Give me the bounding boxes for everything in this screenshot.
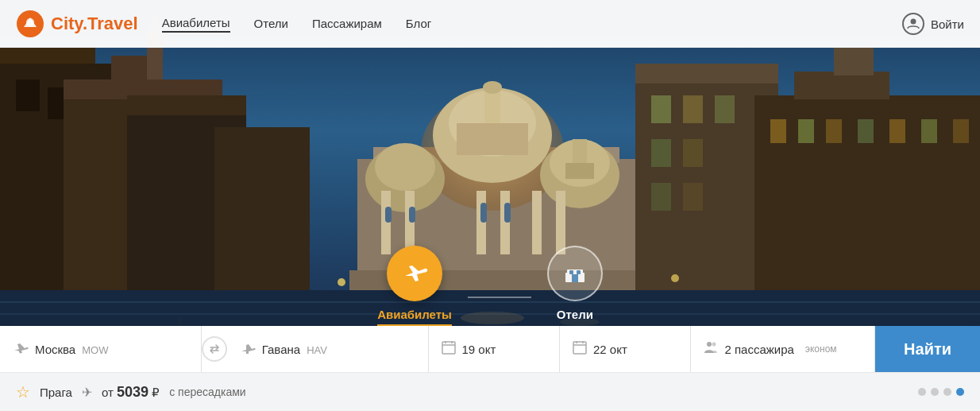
calendar-to-icon [573, 340, 587, 359]
passengers-count: 2 пассажира [724, 343, 793, 356]
logo[interactable]: City.Travel [16, 10, 138, 38]
tab-flights-icon [387, 246, 442, 301]
promo-destination[interactable]: Прага [40, 386, 72, 399]
main-nav: Авиабилеты Отели Пассажирам Блог [162, 16, 902, 33]
nav-item-hotels[interactable]: Отели [254, 17, 288, 32]
logo-icon [16, 10, 44, 38]
tab-divider [468, 297, 531, 298]
to-value: Гавана HAV [262, 343, 327, 356]
promo-dot-3[interactable] [943, 388, 951, 396]
search-bar: Москва MOW Гавана HAV [0, 326, 980, 372]
from-value: Москва MOW [35, 343, 108, 356]
passengers-icon [704, 340, 718, 359]
promo-note: с пересадками [169, 386, 245, 398]
tab-hotels[interactable]: Отели [531, 246, 619, 326]
from-field[interactable]: Москва MOW [0, 326, 202, 372]
travel-class: эконом [805, 343, 837, 355]
swap-button[interactable] [202, 336, 227, 362]
logo-text: City.Travel [51, 14, 138, 34]
svg-point-95 [707, 342, 712, 347]
tabs-container: Авиабилеты Отели [361, 246, 619, 326]
to-field[interactable]: Гавана HAV [227, 326, 429, 372]
date-to: 22 окт [593, 343, 627, 356]
from-city: Москва [35, 343, 75, 356]
departure-icon [13, 341, 29, 358]
tab-hotels-icon [547, 246, 603, 301]
svg-rect-84 [572, 274, 578, 282]
promo-bar: ☆ Прага ✈ от 5039 ₽ с пересадками [0, 372, 980, 411]
svg-rect-86 [577, 270, 581, 274]
tab-flights-label: Авиабилеты [377, 308, 452, 326]
from-code: MOW [82, 344, 108, 356]
svg-point-80 [26, 18, 34, 26]
svg-point-96 [712, 342, 716, 346]
calendar-from-icon [442, 340, 456, 359]
promo-dot-4[interactable] [956, 388, 964, 396]
date-to-field[interactable]: 22 окт [560, 326, 691, 372]
nav-item-blog[interactable]: Блог [406, 17, 431, 32]
svg-rect-87 [442, 342, 455, 354]
hero-area: Авиабилеты Отели [0, 48, 980, 326]
svg-point-81 [911, 19, 916, 25]
header: City.Travel Авиабилеты Отели Пассажирам … [0, 0, 980, 48]
date-from-field[interactable]: 19 окт [429, 326, 560, 372]
arrival-icon [240, 341, 256, 358]
nav-item-flights[interactable]: Авиабилеты [162, 16, 230, 33]
login-area[interactable]: Войти [902, 13, 964, 35]
passengers-field[interactable]: 2 пассажира эконом [691, 326, 875, 372]
nav-item-passengers[interactable]: Пассажирам [312, 17, 382, 32]
date-from: 19 окт [462, 343, 496, 356]
svg-rect-91 [573, 342, 586, 354]
promo-price: от 5039 ₽ [102, 384, 160, 401]
promo-dot-2[interactable] [931, 388, 939, 396]
promo-dot-1[interactable] [918, 388, 926, 396]
tab-hotels-label: Отели [557, 308, 593, 326]
to-city: Гавана [262, 343, 300, 356]
login-button[interactable]: Войти [931, 17, 964, 31]
to-code: HAV [307, 344, 327, 356]
promo-dots [918, 388, 964, 396]
promo-star-icon: ☆ [16, 382, 30, 401]
search-button[interactable]: Найти [875, 326, 980, 372]
svg-rect-85 [569, 270, 573, 274]
promo-plane-icon: ✈ [82, 385, 92, 400]
tab-flights[interactable]: Авиабилеты [361, 246, 468, 326]
user-icon [902, 13, 924, 35]
